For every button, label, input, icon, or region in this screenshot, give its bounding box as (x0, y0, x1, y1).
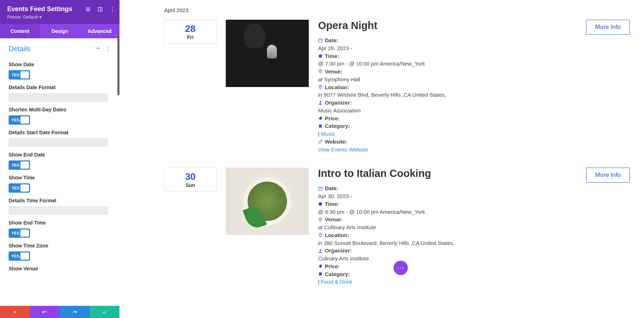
svg-rect-10 (319, 187, 322, 191)
preset-label: Preset: Default (7, 14, 38, 20)
tag-icon (318, 264, 323, 269)
svg-point-1 (87, 9, 89, 10)
event-image (226, 168, 309, 235)
setting-label: Show End Time (9, 220, 111, 226)
setting-label: Details Start Date Format (9, 130, 111, 135)
month-label: April 2023 (164, 7, 630, 13)
setting-label: Show Time Zone (9, 243, 111, 249)
toggle-shorten-dates[interactable]: YES (9, 115, 30, 125)
setting-label: Shorten Multi-Day Dates (9, 107, 111, 112)
caret-down-icon: ▾ (39, 14, 42, 20)
pin-icon (318, 69, 323, 74)
save-button[interactable] (90, 306, 120, 318)
more-info-button[interactable]: More Info (586, 20, 630, 35)
date-number: 28 (185, 23, 196, 34)
date-day: Fri (187, 34, 194, 40)
person-icon (318, 100, 323, 105)
svg-point-13 (320, 218, 321, 219)
setting-label: Show Date (9, 62, 111, 67)
settings-body: Show DateYES Details Date Format Shorten… (0, 57, 119, 306)
section-more-icon[interactable]: ⋮ (106, 46, 111, 52)
clock-icon (318, 54, 323, 58)
svg-point-9 (319, 101, 321, 103)
floating-action-button[interactable]: ⋯ (394, 261, 408, 275)
svg-point-14 (320, 234, 321, 235)
preview-area: April 2023 28 Fri Opera Night Date: Apr … (119, 0, 644, 318)
setting-label: Show End Date (9, 152, 111, 158)
bookmark-icon (318, 124, 323, 129)
tab-advanced[interactable]: Advanced (80, 24, 119, 38)
event-title: Intro to Italian Cooking (318, 168, 577, 179)
action-bar (0, 306, 119, 318)
date-box: 28 Fri (164, 20, 216, 44)
svg-rect-4 (319, 39, 322, 43)
date-box: 30 Sun (164, 168, 216, 192)
svg-rect-0 (86, 8, 89, 11)
svg-point-8 (320, 86, 321, 87)
setting-label: Details Date Format (9, 85, 111, 90)
tab-content[interactable]: Content (0, 24, 40, 38)
toggle-show-date[interactable]: YES (9, 70, 30, 80)
toggle-show-end-date[interactable]: YES (9, 160, 30, 170)
date-day: Sun (186, 182, 195, 188)
toggle-show-end-time[interactable]: YES (9, 228, 30, 238)
toggle-show-time[interactable]: YES (9, 183, 30, 193)
pin-icon (318, 85, 323, 90)
clock-icon (318, 202, 323, 206)
cancel-button[interactable] (0, 306, 30, 318)
tag-icon (318, 116, 323, 121)
undo-button[interactable] (30, 306, 60, 318)
toggle-show-time-zone[interactable]: YES (9, 251, 30, 261)
more-info-button[interactable]: More Info (586, 168, 630, 183)
tab-design[interactable]: Design (40, 24, 79, 38)
svg-point-15 (319, 249, 321, 251)
input-date-format[interactable] (9, 93, 108, 102)
svg-rect-2 (98, 8, 102, 11)
pin-icon (318, 217, 323, 222)
svg-point-6 (319, 54, 322, 58)
svg-point-12 (319, 202, 322, 206)
setting-label: Show Time (9, 175, 111, 180)
event-details: Intro to Italian Cooking Date: Apr 30, 2… (318, 168, 577, 286)
portability-icon[interactable] (85, 6, 91, 12)
bookmark-icon (318, 272, 323, 276)
event-details: Opera Night Date: Apr 28, 2023 - Time: @… (318, 20, 577, 153)
setting-label: Details Time Format (9, 198, 111, 203)
category-link[interactable]: Food & Drink (321, 279, 352, 285)
person-icon (318, 249, 323, 253)
section-title: Details (9, 45, 30, 53)
preset-selector[interactable]: Preset: Default ▾ (7, 14, 112, 20)
link-icon (318, 139, 323, 144)
input-start-date-format[interactable] (9, 138, 108, 147)
more-icon[interactable]: ⋮ (109, 6, 115, 12)
section-header[interactable]: Details ⋮ (0, 38, 119, 57)
sidebar-header: Events Feed Settings Preset: Default ▾ ⋮ (0, 0, 119, 24)
redo-button[interactable] (60, 306, 90, 318)
calendar-icon (318, 38, 323, 43)
calendar-icon (318, 186, 323, 191)
website-link[interactable]: View Events Website (318, 146, 368, 153)
input-time-format[interactable] (9, 206, 108, 215)
chevron-up-icon[interactable] (96, 46, 101, 52)
svg-point-7 (320, 71, 321, 71)
sidebar-tabs: Content Design Advanced (0, 24, 119, 38)
date-number: 30 (185, 171, 196, 182)
expand-icon[interactable] (97, 6, 103, 12)
event-title: Opera Night (318, 20, 577, 32)
event-card: 28 Fri Opera Night Date: Apr 28, 2023 - … (164, 20, 630, 153)
category-link[interactable]: Music (321, 131, 335, 137)
pin-icon (318, 233, 323, 237)
setting-label: Show Venue (9, 266, 111, 271)
event-image (226, 20, 309, 87)
settings-sidebar: Events Feed Settings Preset: Default ▾ ⋮… (0, 0, 119, 318)
